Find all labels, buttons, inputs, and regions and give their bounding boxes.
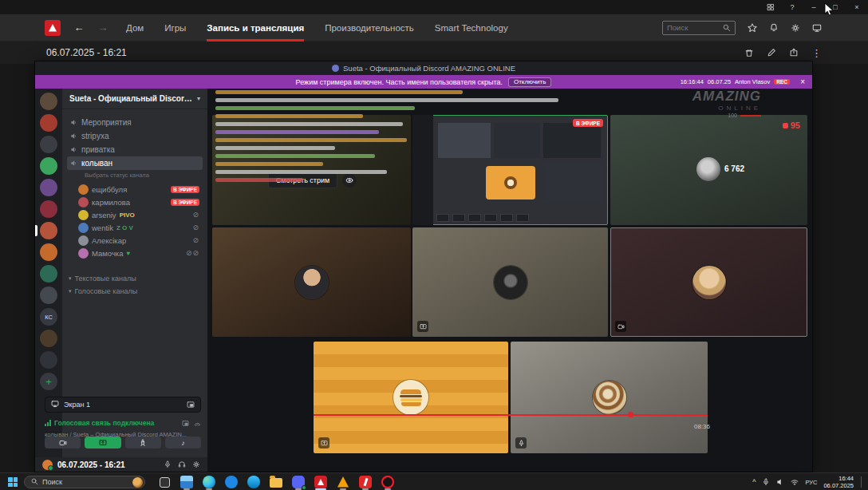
taskbar-edge-icon[interactable] xyxy=(201,474,217,490)
server-header[interactable]: Sueta - Официальный Discord AMAZING ... … xyxy=(62,89,207,109)
forward-button[interactable]: → xyxy=(97,22,108,34)
server-icon[interactable] xyxy=(40,136,57,153)
overlay-timestamp: 06.07.2025 - 16:21 xyxy=(57,460,125,469)
server-icon[interactable] xyxy=(40,157,57,175)
tray-clock[interactable]: 16:44 06.07.2025 xyxy=(823,475,854,490)
server-icon[interactable] xyxy=(40,93,57,110)
stream-tile-3[interactable]: 95 6 762 xyxy=(610,115,807,225)
taskbar-discord-icon[interactable] xyxy=(290,474,306,490)
server-icon[interactable] xyxy=(40,265,57,283)
display-icon[interactable] xyxy=(812,23,822,33)
show-desktop-button[interactable] xyxy=(861,476,863,488)
share-screen-button[interactable] xyxy=(85,437,120,449)
server-icon[interactable] xyxy=(40,286,57,304)
voice-user[interactable]: wentikZ O V⊘ xyxy=(78,221,203,234)
playback-progress-bar[interactable] xyxy=(314,414,708,416)
edit-icon[interactable] xyxy=(767,48,776,57)
nav-item-2[interactable]: Игры xyxy=(164,14,186,41)
stream-window-icon[interactable] xyxy=(182,416,189,430)
taskbar-amd-adrenalin-icon[interactable] xyxy=(313,474,329,490)
channel-section[interactable]: ▾Текстовые каналы xyxy=(69,272,201,285)
nav-item-5[interactable]: Smart Technology xyxy=(435,14,508,41)
taskbar-app-red-icon[interactable] xyxy=(357,474,373,490)
server-icon[interactable] xyxy=(40,200,57,218)
delete-icon[interactable] xyxy=(744,48,754,57)
search-input[interactable] xyxy=(662,21,736,35)
screen-share-card[interactable]: Экран 1 xyxy=(45,397,201,413)
channel-status-hint[interactable]: Выбрать статус канала xyxy=(67,170,203,181)
channel-section[interactable]: ▾Голосовые каналы xyxy=(69,285,201,298)
nav-item-3[interactable]: Запись и трансляция xyxy=(207,14,304,41)
pip-icon[interactable] xyxy=(187,401,195,409)
stream-tile-7[interactable] xyxy=(314,342,508,453)
server-icon[interactable] xyxy=(40,330,57,347)
soundboard-button[interactable]: ♪ xyxy=(165,437,201,449)
activities-button[interactable] xyxy=(125,437,161,449)
microphone-icon[interactable] xyxy=(762,478,770,486)
more-options-icon[interactable]: ⋮ xyxy=(811,47,822,59)
share-icon[interactable] xyxy=(789,48,799,57)
watch-stream-button[interactable]: Смотреть стрим xyxy=(268,172,337,188)
stream-tile-4[interactable] xyxy=(212,227,411,337)
voice-user[interactable]: Мамочка♥⊘⊘ xyxy=(78,247,203,259)
favorites-icon[interactable] xyxy=(748,23,757,33)
channel-item[interactable]: stripyxa xyxy=(67,129,203,143)
channel-item[interactable]: колыван xyxy=(67,156,203,170)
server-icon[interactable] xyxy=(40,243,57,261)
stream-tile-1[interactable]: Смотреть стрим xyxy=(212,115,411,225)
user-avatar[interactable] xyxy=(42,460,53,470)
stream-tile-8[interactable] xyxy=(511,342,708,453)
voice-user[interactable]: Алексікар⊘ xyxy=(78,234,203,247)
close-button[interactable]: × xyxy=(852,3,862,11)
taskbar-folder-icon[interactable] xyxy=(268,474,284,490)
taskbar-search[interactable]: Поиск xyxy=(24,476,145,488)
nav-item-1[interactable]: Дом xyxy=(126,14,144,41)
camera-button[interactable] xyxy=(45,437,81,449)
deafen-icon[interactable] xyxy=(178,457,186,472)
voice-user[interactable]: arseniyPIVO⊘ xyxy=(78,208,203,221)
server-icon[interactable]: КС xyxy=(40,308,57,326)
stream-tile-5[interactable] xyxy=(412,227,608,337)
server-icon[interactable] xyxy=(40,114,57,132)
minimize-button[interactable]: – xyxy=(809,3,819,11)
live-badge: В ЭФИРЕ xyxy=(171,186,199,193)
stream-tile-2[interactable]: В ЭФИРЕ xyxy=(412,115,608,225)
settings-icon[interactable] xyxy=(791,23,800,33)
mute-icon[interactable] xyxy=(164,457,172,472)
channel-item[interactable]: Мероприятия xyxy=(67,116,203,129)
user-settings-icon[interactable] xyxy=(192,457,200,472)
server-icon[interactable] xyxy=(40,222,57,239)
add-server-button[interactable]: + xyxy=(40,373,57,390)
notifications-icon[interactable] xyxy=(769,23,779,33)
start-button[interactable] xyxy=(8,477,18,487)
taskbar-file-explorer-icon[interactable] xyxy=(179,474,195,490)
nav-item-4[interactable]: Производительность xyxy=(325,14,414,41)
help-icon[interactable]: ? xyxy=(787,3,797,11)
voice-user[interactable]: ещиббуляВ ЭФИРЕ xyxy=(78,183,203,196)
banner-close-icon[interactable]: × xyxy=(800,77,805,86)
taskbar-app-teal-icon[interactable] xyxy=(246,474,262,490)
network-icon[interactable] xyxy=(791,478,799,486)
score-value: 95 xyxy=(783,121,800,130)
amd-logo[interactable] xyxy=(45,20,61,36)
tray-expand-icon[interactable]: ^ xyxy=(752,478,756,486)
taskbar-opera-icon[interactable] xyxy=(380,474,396,490)
back-button[interactable]: ← xyxy=(73,22,85,34)
server-icon[interactable] xyxy=(40,351,57,369)
recording-timestamp: 06.07.2025 - 16:21 xyxy=(46,47,127,58)
voice-user[interactable]: кармиловаВ ЭФИРЕ xyxy=(78,196,203,208)
disconnect-icon[interactable] xyxy=(194,416,201,430)
muted-icon: ⊘ xyxy=(192,223,199,231)
taskbar-task-view-icon[interactable] xyxy=(156,474,172,490)
stream-tile-6[interactable] xyxy=(610,227,807,337)
channel-item[interactable]: приватка xyxy=(67,143,203,156)
volume-icon[interactable] xyxy=(776,478,784,486)
disable-streamer-button[interactable]: Отключить xyxy=(508,77,551,87)
apps-grid-icon[interactable] xyxy=(766,3,775,11)
taskbar-app-orange-icon[interactable] xyxy=(335,474,351,490)
server-icon[interactable] xyxy=(40,179,57,196)
eye-icon[interactable] xyxy=(342,173,357,188)
language-indicator[interactable]: РУС xyxy=(805,479,817,486)
taskbar-app-blue-icon[interactable] xyxy=(223,474,239,490)
playback-handle[interactable] xyxy=(628,412,633,417)
